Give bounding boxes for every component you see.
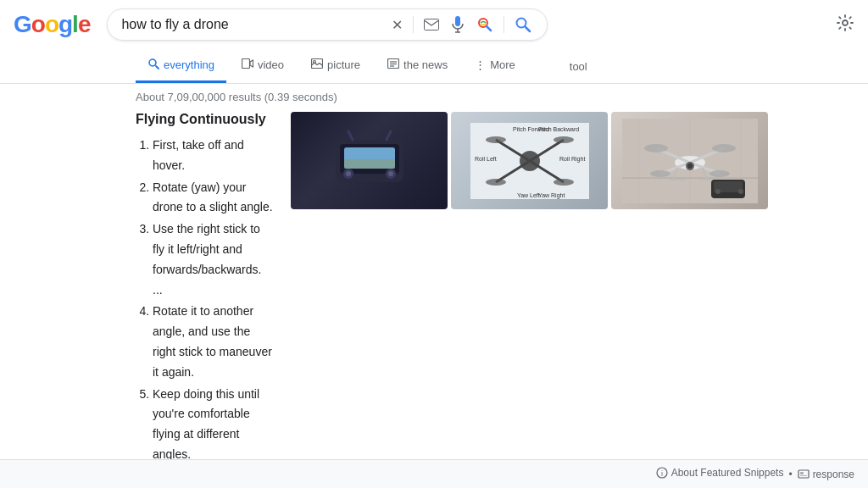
tab-news[interactable]: the news — [376, 50, 459, 82]
svg-point-64 — [687, 164, 693, 169]
divider2 — [504, 16, 504, 33]
svg-point-25 — [388, 171, 393, 176]
svg-point-58 — [709, 170, 730, 177]
svg-point-37 — [486, 179, 506, 186]
step-2: Rotate (yaw) your drone to a slight angl… — [153, 178, 274, 219]
svg-point-23 — [346, 171, 351, 176]
tab-more[interactable]: ⋮ More — [463, 50, 527, 82]
svg-point-57 — [650, 170, 670, 177]
svg-point-67 — [715, 189, 721, 194]
step-5: Keep doing this until you're comfortable… — [153, 385, 274, 465]
svg-point-36 — [554, 136, 574, 143]
image-panel: Pitch Forward Pitch Backward Roll Left R… — [291, 112, 768, 488]
svg-rect-0 — [425, 19, 439, 30]
info-icon: i — [656, 467, 668, 479]
svg-point-7 — [149, 59, 156, 66]
search-icons: ✕ — [390, 14, 533, 35]
svg-line-26 — [348, 131, 353, 140]
results-count: About 7,09,00,000 results (0.39 seconds) — [0, 84, 868, 107]
video-icon — [242, 58, 253, 71]
drone-photo-svg — [622, 119, 758, 203]
featured-snippet: Flying Continuously First, take off and … — [136, 112, 274, 488]
drone-diagram-image: Pitch Forward Pitch Backward Roll Left R… — [451, 112, 608, 209]
tab-video[interactable]: video — [230, 50, 296, 82]
separator: • — [788, 469, 792, 480]
svg-point-6 — [843, 20, 848, 25]
about-featured-label[interactable]: i About Featured Snippets — [656, 467, 784, 481]
svg-text:Yaw Right: Yaw Right — [538, 192, 565, 199]
google-logo: Google — [14, 11, 90, 38]
step-3: Use the right stick to fly it left/right… — [153, 219, 274, 300]
svg-rect-8 — [242, 59, 249, 69]
svg-rect-72 — [800, 472, 804, 474]
bottom-bar: i About Featured Snippets • response — [0, 459, 868, 488]
main-content: Flying Continuously First, take off and … — [0, 112, 868, 488]
steps-list: First, take off and hover. Rotate (yaw) … — [136, 136, 274, 465]
gmail-icon[interactable] — [422, 17, 441, 32]
svg-rect-1 — [455, 16, 460, 26]
search-input[interactable]: how to fly a drone — [121, 17, 381, 32]
news-icon — [387, 58, 399, 71]
svg-text:Yaw Left: Yaw Left — [517, 192, 540, 198]
drone-diagram-svg: Pitch Forward Pitch Backward Roll Left R… — [470, 123, 589, 199]
svg-point-55 — [644, 144, 668, 152]
controller-svg — [319, 127, 420, 195]
svg-point-35 — [486, 136, 506, 143]
more-dots-icon: ⋮ — [475, 58, 486, 71]
svg-line-27 — [387, 131, 391, 140]
search-button[interactable] — [513, 14, 533, 35]
svg-text:Roll Right: Roll Right — [559, 156, 585, 163]
tab-more-label: More — [490, 58, 515, 71]
step-1: First, take off and hover. — [153, 136, 274, 176]
divider — [413, 16, 414, 33]
snippet-title: Flying Continuously — [136, 112, 274, 127]
tab-everything-label: everything — [164, 58, 214, 71]
tab-everything[interactable]: everything — [136, 49, 226, 83]
lens-icon[interactable] — [475, 14, 495, 35]
tab-news-label: the news — [403, 58, 448, 71]
tab-video-label: video — [258, 58, 284, 71]
svg-point-68 — [738, 189, 743, 194]
tools-tab[interactable]: tool — [558, 52, 599, 81]
settings-button[interactable] — [836, 14, 854, 36]
drone-photo-image — [611, 112, 768, 209]
tabs-bar: everything video picture — [0, 49, 868, 84]
svg-point-5 — [517, 19, 526, 28]
response-label: response — [813, 469, 854, 480]
svg-rect-73 — [800, 475, 807, 476]
picture-icon — [311, 58, 323, 71]
tab-picture-label: picture — [327, 58, 360, 71]
controller-image — [291, 112, 448, 209]
svg-text:Pitch Backward: Pitch Backward — [538, 126, 579, 132]
header: Google how to fly a drone ✕ — [0, 0, 868, 49]
svg-point-38 — [554, 179, 574, 186]
svg-text:i: i — [661, 469, 663, 478]
response-section: response — [798, 469, 854, 480]
snippet-steps: First, take off and hover. Rotate (yaw) … — [136, 136, 274, 465]
mic-icon[interactable] — [449, 14, 466, 35]
svg-point-56 — [712, 144, 736, 152]
tab-picture[interactable]: picture — [299, 50, 372, 82]
everything-icon — [147, 58, 159, 72]
tools-label: tool — [570, 60, 587, 73]
svg-text:Roll Left: Roll Left — [475, 156, 497, 162]
svg-rect-21 — [344, 159, 395, 169]
response-icon — [798, 469, 810, 480]
clear-button[interactable]: ✕ — [390, 15, 404, 35]
step-4: Rotate it to another angle, and use the … — [153, 302, 274, 382]
search-bar: how to fly a drone ✕ — [107, 8, 548, 41]
